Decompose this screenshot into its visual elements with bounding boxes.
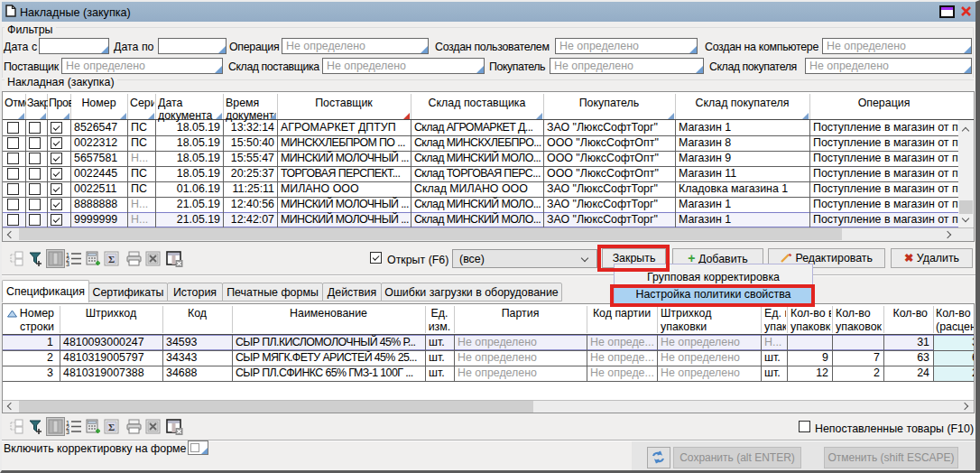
svg-text:Σ: Σ bbox=[108, 422, 115, 432]
svg-text:Σ: Σ bbox=[108, 254, 115, 264]
svg-text:3: 3 bbox=[66, 261, 69, 266]
svg-text:3: 3 bbox=[66, 429, 69, 434]
